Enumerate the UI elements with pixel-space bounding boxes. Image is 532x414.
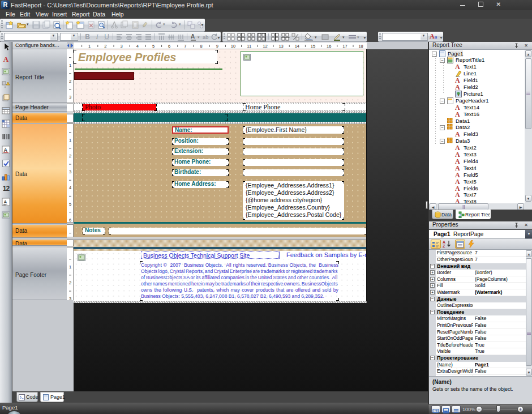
svg-text:A: A xyxy=(4,147,8,153)
svg-text:17: 17 xyxy=(342,44,347,49)
svg-text:16: 16 xyxy=(327,44,331,49)
svg-text:2: 2 xyxy=(69,280,71,285)
svg-text:ab: ab xyxy=(203,35,209,40)
svg-text:15: 15 xyxy=(311,44,315,49)
svg-text:A: A xyxy=(191,33,195,40)
svg-text:Z: Z xyxy=(443,244,445,248)
svg-text:8: 8 xyxy=(200,44,203,49)
svg-text:2: 2 xyxy=(69,153,71,159)
svg-text:A: A xyxy=(443,240,445,244)
svg-text:9: 9 xyxy=(216,44,218,49)
svg-text:1: 1 xyxy=(69,264,71,270)
svg-text:11: 11 xyxy=(247,44,251,49)
svg-text:3: 3 xyxy=(69,296,71,300)
svg-text:18: 18 xyxy=(358,44,363,49)
svg-text:5: 5 xyxy=(69,202,71,207)
svg-text:14: 14 xyxy=(295,44,299,49)
svg-text:2: 2 xyxy=(69,79,71,84)
svg-text:3: 3 xyxy=(121,44,123,49)
svg-text:3: 3 xyxy=(69,169,71,174)
svg-text:2: 2 xyxy=(104,44,106,49)
svg-text:3: 3 xyxy=(69,95,71,100)
svg-text:1: 1 xyxy=(69,138,71,143)
svg-text:13: 13 xyxy=(278,44,283,49)
svg-text:6: 6 xyxy=(168,44,170,49)
svg-text:5: 5 xyxy=(152,44,155,49)
svg-text:A: A xyxy=(4,199,7,204)
svg-text:10: 10 xyxy=(231,44,235,49)
svg-text:4: 4 xyxy=(136,44,139,49)
svg-text:4: 4 xyxy=(69,185,71,190)
svg-text:1: 1 xyxy=(88,44,91,49)
svg-text:12: 12 xyxy=(263,44,267,49)
svg-text:7: 7 xyxy=(184,44,186,49)
svg-text:1: 1 xyxy=(69,63,71,68)
